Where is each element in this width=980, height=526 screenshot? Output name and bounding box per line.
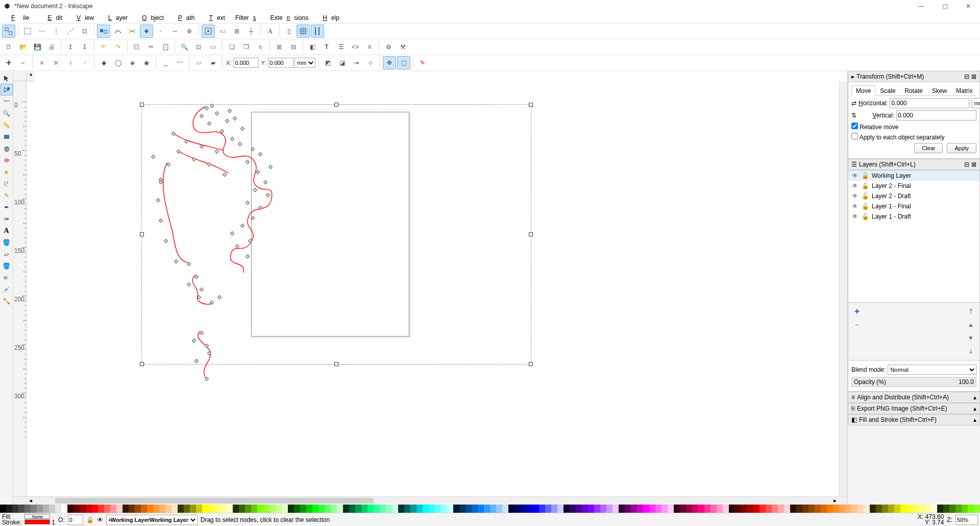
canvas[interactable] [27,81,839,496]
color-swatch[interactable] [374,505,380,513]
color-swatch[interactable] [37,505,43,513]
opacity-value[interactable]: 100.0 [959,378,974,386]
handle-se[interactable] [529,362,533,366]
color-swatch[interactable] [570,505,576,513]
color-swatch[interactable] [147,505,153,513]
color-swatch[interactable] [784,505,790,513]
break-node-icon[interactable]: ⤫ [35,56,48,69]
snap-smooth-icon[interactable]: ◦ [154,25,167,38]
color-swatch[interactable] [753,505,760,513]
layer-row[interactable]: 👁🔓Layer 1 - Final [848,201,979,211]
color-swatch[interactable] [331,505,337,513]
menu-file[interactable]: File [3,13,37,22]
vertical-scrollbar[interactable] [839,81,847,496]
import-icon[interactable]: ↥ [64,40,77,54]
color-swatch[interactable] [925,505,931,513]
color-swatch[interactable] [600,505,606,513]
layer-bottom-icon[interactable]: ⤓ [964,345,977,358]
color-swatch[interactable] [790,505,796,513]
pencil-tool-icon[interactable]: ✎ [1,189,13,201]
color-swatch[interactable] [129,505,135,513]
transform-unit-select[interactable]: mm [971,98,980,108]
color-swatch[interactable] [472,505,478,513]
color-swatch[interactable] [919,505,925,513]
layer-list[interactable]: 👁🔓Working Layer👁🔓Layer 2 - Final👁🔓Layer … [848,170,980,303]
ruler-scroll-up[interactable]: ▴ [27,71,35,81]
color-swatch[interactable] [900,505,906,513]
snap-bbox-corner-icon[interactable]: ⋮ [50,25,63,38]
color-swatch[interactable] [802,505,808,513]
color-swatch[interactable] [86,505,92,513]
color-swatch[interactable] [564,505,570,513]
panel-close-icon[interactable]: ⊠ [971,73,976,80]
handle-w[interactable] [140,232,144,236]
layer-row[interactable]: 👁🔓Layer 1 - Draft [848,211,979,222]
color-swatch[interactable] [521,505,527,513]
color-swatch[interactable] [674,505,680,513]
align-icon[interactable]: ≡ [363,40,376,54]
lpe-icon[interactable]: ✎ [416,56,429,69]
handle-ne[interactable] [529,103,533,107]
layer-row[interactable]: 👁🔓Working Layer [848,171,979,181]
color-swatch[interactable] [680,505,686,513]
relative-checkbox[interactable] [851,123,858,129]
color-swatch[interactable] [612,505,619,513]
color-swatch[interactable] [429,505,435,513]
color-palette[interactable] [0,505,980,513]
color-swatch[interactable] [704,505,710,513]
color-swatch[interactable] [717,505,723,513]
menu-extensions[interactable]: Extensions [266,13,313,22]
color-swatch[interactable] [135,505,141,513]
color-swatch[interactable] [845,505,851,513]
snap-other-icon[interactable] [202,25,215,38]
color-swatch[interactable] [772,505,778,513]
color-swatch[interactable] [239,505,245,513]
snap-path-icon[interactable] [111,25,125,38]
color-swatch[interactable] [906,505,913,513]
visibility-icon[interactable]: 👁 [851,193,859,200]
star-tool-icon[interactable]: ★ [1,166,13,178]
snap-page-icon[interactable]: ▭ [216,25,229,38]
color-swatch[interactable] [968,505,974,513]
xml-icon[interactable]: <> [349,40,362,54]
delete-node-icon[interactable]: ‒ [16,56,30,69]
color-swatch[interactable] [172,505,178,513]
color-swatch[interactable] [686,505,692,513]
horizontal-input[interactable] [890,98,969,108]
color-swatch[interactable] [760,505,766,513]
status-layer-select[interactable]: •Working LayerWorking Layer [106,515,198,525]
color-swatch[interactable] [735,505,741,513]
zoom-tool-icon[interactable]: 🔍 [1,107,13,119]
color-swatch[interactable] [404,505,410,513]
y-input[interactable] [268,58,293,68]
calligraphy-tool-icon[interactable]: ✑ [1,213,13,225]
print-icon[interactable]: 🖨 [45,40,58,54]
color-swatch[interactable] [931,505,937,513]
snap-grids-icon[interactable] [297,25,310,38]
color-swatch[interactable] [747,505,753,513]
snap-bbox-mid-icon[interactable]: ⋰ [64,25,77,38]
add-layer-icon[interactable]: ✚ [850,305,864,318]
unlink-icon[interactable]: ⎋ [254,40,267,54]
color-swatch[interactable] [649,505,655,513]
color-swatch[interactable] [894,505,900,513]
color-swatch[interactable] [533,505,539,513]
color-swatch[interactable] [484,505,490,513]
vertical-input[interactable] [896,110,976,121]
line-seg-icon[interactable]: ⎯ [159,56,172,69]
tab-matrix[interactable]: Matrix [951,85,977,96]
color-swatch[interactable] [423,505,429,513]
color-swatch[interactable] [527,505,533,513]
color-swatch[interactable] [882,505,888,513]
minimize-button[interactable]: — [910,0,933,12]
color-swatch[interactable] [588,505,594,513]
color-swatch[interactable] [361,505,368,513]
unit-select[interactable]: mm [295,58,315,68]
color-swatch[interactable] [92,505,98,513]
color-swatch[interactable] [325,505,331,513]
snap-bbox-edge-icon[interactable]: ⋯ [35,25,48,38]
menu-text[interactable]: Text [201,13,229,22]
paste-icon[interactable]: 📋 [159,40,172,54]
lock-icon[interactable]: 🔓 [862,172,869,179]
color-swatch[interactable] [808,505,815,513]
